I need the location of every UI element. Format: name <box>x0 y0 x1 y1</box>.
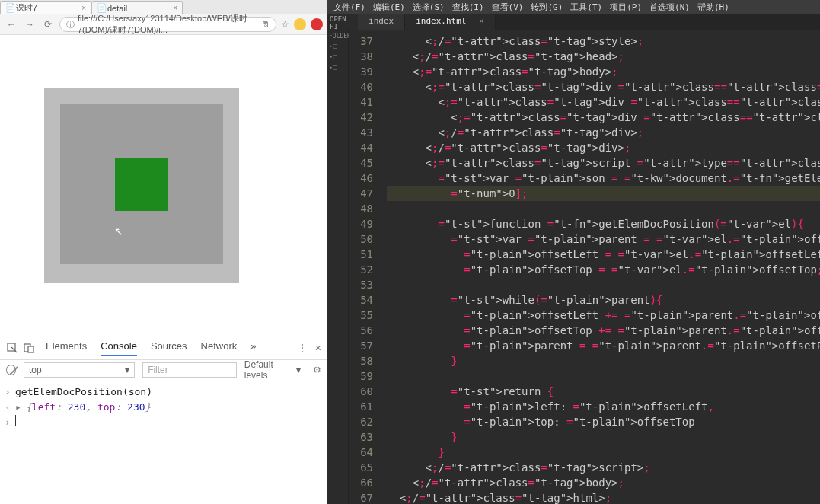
folder-icon[interactable]: ▸▢ <box>329 63 346 71</box>
device-toggle-icon[interactable] <box>23 342 35 354</box>
code-line[interactable]: <;="t-attr">class="t-tag">div ="t-attr">… <box>387 94 820 110</box>
devtools-tab-console[interactable]: Console <box>101 340 137 356</box>
console-prompt-line[interactable]: › <box>5 415 323 430</box>
bookmark-star-icon[interactable]: ☆ <box>281 19 289 30</box>
code-line[interactable]: ="t-st">function ="t-fn">getElemDocPosit… <box>387 216 820 231</box>
tab-favicon: 📄 <box>5 3 16 13</box>
chevron-down-icon: ▾ <box>125 365 129 375</box>
console-output-object[interactable]: {left: 230, top: 230} <box>26 400 151 415</box>
code-line[interactable]: ="t-plain">offsetLeft += ="t-plain">pare… <box>387 308 820 323</box>
code-line[interactable]: } <box>387 429 820 445</box>
inspect-icon[interactable] <box>6 342 18 354</box>
log-levels-select[interactable]: Default levels ▾ <box>244 359 301 381</box>
menu-item[interactable]: 首选项(N) <box>646 2 693 13</box>
levels-label: Default levels <box>244 359 293 381</box>
code-line[interactable]: <;/="t-attr">class="t-tag">html>; <box>387 490 820 504</box>
object-value: 230 <box>127 401 145 413</box>
code-line[interactable]: } <box>387 353 820 368</box>
editor-tab[interactable]: index <box>358 14 405 30</box>
menu-item[interactable]: 编辑(E) <box>370 2 408 13</box>
console-body[interactable]: › getElemDocPosition(son) ‹ ▸ {left: 230… <box>0 381 327 504</box>
execution-context-select[interactable]: top ▾ <box>24 362 135 378</box>
translate-icon[interactable]: 🖺 <box>261 20 270 29</box>
code-line[interactable]: <;/="t-attr">class="t-tag">style>; <box>387 33 820 49</box>
code-line[interactable] <box>387 368 820 384</box>
devtools-menu-icon[interactable]: ⋮ <box>297 342 308 354</box>
address-bar[interactable]: ⓘ file:///C:/Users/axy123114/Desktop/WEB… <box>59 17 276 32</box>
folder-icon[interactable]: ▸▢ <box>329 42 346 49</box>
editor-sidebar[interactable]: FOLDER ▸▢ ▸▢ ▸▢ <box>327 30 349 504</box>
code-line[interactable]: ="t-st">while(="t-plain">parent){ <box>387 292 820 308</box>
editor-tab[interactable]: index.html × <box>405 14 495 30</box>
devtools-tab-sources[interactable]: Sources <box>151 340 187 356</box>
console-cursor <box>15 415 16 426</box>
menu-item[interactable]: 转到(G) <box>528 2 566 13</box>
close-icon[interactable]: × <box>479 16 484 26</box>
line-number: 45 <box>349 155 373 171</box>
menu-item[interactable]: 项目(P) <box>607 2 645 13</box>
forward-button[interactable]: → <box>23 18 37 31</box>
code-line[interactable]: <;/="t-attr">class="t-tag">script>; <box>387 460 820 475</box>
close-icon[interactable]: × <box>81 4 86 12</box>
devtools-close-icon[interactable]: × <box>315 342 321 354</box>
browser-tab[interactable]: 📄 detail × <box>91 1 183 14</box>
code-line[interactable]: ="t-plain">offsetLeft = ="t-var">el.="t-… <box>387 247 820 262</box>
line-number: 67 <box>349 490 373 504</box>
code-line[interactable]: ="t-st">var ="t-plain">son = ="t-kw">doc… <box>387 171 820 186</box>
code-line[interactable]: ="t-st">var ="t-plain">parent = ="t-var"… <box>387 231 820 247</box>
devtools-tab-elements[interactable]: Elements <box>46 340 87 356</box>
code-line[interactable]: ="t-plain">offsetTop += ="t-plain">paren… <box>387 323 820 338</box>
expand-icon[interactable]: ▸ <box>15 400 23 415</box>
code-line[interactable]: <;/="t-attr">class="t-tag">div>; <box>387 125 820 140</box>
code-line[interactable] <box>387 277 820 292</box>
line-number: 47 <box>349 186 373 201</box>
editor-menu-bar: 文件(F)编辑(E)选择(S)查找(I)查看(V)转到(G)工具(T)项目(P)… <box>327 0 820 14</box>
line-number: 58 <box>349 353 373 368</box>
line-number: 52 <box>349 262 373 277</box>
menu-item[interactable]: 文件(F) <box>330 2 369 13</box>
line-number: 54 <box>349 292 373 308</box>
code-line[interactable]: ="t-plain">left: ="t-plain">offsetLeft, <box>387 399 820 414</box>
code-line[interactable]: } <box>387 445 820 460</box>
code-line[interactable]: <;="t-attr">class="t-tag">body>; <box>387 64 820 79</box>
devtools-more-tabs[interactable]: » <box>250 340 256 356</box>
reload-button[interactable]: ⟳ <box>41 18 55 31</box>
info-icon[interactable]: ⓘ <box>66 19 75 30</box>
address-bar-row: ← → ⟳ ⓘ file:///C:/Users/axy123114/Deskt… <box>0 14 327 35</box>
menu-item[interactable]: 帮助(H) <box>694 2 732 13</box>
code-line[interactable]: <;/="t-attr">class="t-tag">head>; <box>387 49 820 64</box>
code-line[interactable]: <;="t-attr">class="t-tag">script ="t-att… <box>387 155 820 171</box>
code-line[interactable]: <;="t-attr">class="t-tag">div ="t-attr">… <box>387 110 820 125</box>
code-line[interactable]: ="t-st">return { <box>387 384 820 399</box>
grandpa-box <box>44 88 239 283</box>
code-line[interactable]: <;/="t-attr">class="t-tag">body>; <box>387 475 820 490</box>
line-number: 37 <box>349 33 373 49</box>
code-line[interactable]: ="t-plain">top: ="t-plain">offsetTop <box>387 414 820 429</box>
close-icon[interactable]: × <box>173 4 177 12</box>
menu-item[interactable]: 查找(I) <box>449 2 487 13</box>
code-area[interactable]: <;/="t-attr">class="t-tag">style>; <;/="… <box>381 30 820 504</box>
code-line[interactable]: ="t-num">0]; <box>387 186 820 201</box>
code-line[interactable]: ="t-plain">offsetTop = ="t-var">el.="t-p… <box>387 262 820 277</box>
tab-favicon: 📄 <box>97 3 107 13</box>
code-editor-window: 文件(F)编辑(E)选择(S)查找(I)查看(V)转到(G)工具(T)项目(P)… <box>327 0 820 504</box>
line-number: 60 <box>349 384 373 399</box>
menu-item[interactable]: 选择(S) <box>410 2 448 13</box>
back-button[interactable]: ← <box>5 18 18 31</box>
extension-icon[interactable] <box>294 18 306 30</box>
browser-tab[interactable]: 📄 课时7 × <box>0 1 91 14</box>
extension-icon[interactable] <box>311 18 323 30</box>
menu-item[interactable]: 查看(V) <box>489 2 527 13</box>
sidebar-header: OPEN FI <box>327 14 358 30</box>
console-filter-input[interactable]: Filter <box>142 362 237 378</box>
code-line[interactable]: <;="t-attr">class="t-tag">div ="t-attr">… <box>387 79 820 94</box>
code-line[interactable]: ="t-plain">parent = ="t-plain">parent.="… <box>387 338 820 353</box>
devtools-tab-network[interactable]: Network <box>201 340 238 356</box>
folder-icon[interactable]: ▸▢ <box>329 53 346 60</box>
editor-top-row: OPEN FI index index.html × <box>327 14 820 30</box>
clear-console-icon[interactable] <box>6 365 16 375</box>
code-line[interactable] <box>387 201 820 216</box>
menu-item[interactable]: 工具(T) <box>567 2 605 13</box>
code-line[interactable]: <;/="t-attr">class="t-tag">div>; <box>387 140 820 155</box>
gear-icon[interactable]: ⚙ <box>313 365 321 375</box>
